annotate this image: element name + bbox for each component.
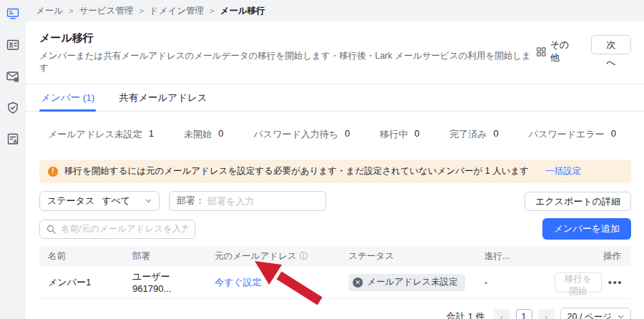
counter-not-started[interactable]: 未開始 0 bbox=[169, 128, 238, 141]
page-title: メール移行 bbox=[39, 31, 537, 45]
row-actions: 移行を開始 ••• bbox=[555, 273, 631, 293]
next-page-button[interactable]: › bbox=[538, 309, 555, 319]
set-now-link[interactable]: 今すぐ設定 bbox=[215, 277, 262, 288]
status-badge: ✕ メールアドレス未設定 bbox=[348, 274, 465, 291]
counter-label: 完了済み bbox=[449, 128, 487, 141]
status-badge-label: メールアドレス未設定 bbox=[367, 276, 458, 288]
counter-value: 0 bbox=[414, 128, 419, 141]
column-header-actions: 操作 bbox=[555, 250, 631, 262]
column-header-name: 名前 bbox=[39, 250, 124, 262]
warning-banner: ! 移行を開始するには元のメールアドレスを設定する必要があります・まだ設定されて… bbox=[39, 160, 631, 183]
contact-card-icon[interactable] bbox=[6, 38, 20, 52]
counter-value: 1 bbox=[149, 128, 154, 141]
grid-icon bbox=[537, 47, 546, 57]
breadcrumb-item-domain-mgmt[interactable]: ドメイン管理 bbox=[150, 5, 204, 17]
counter-label: パスワード入力待ち bbox=[253, 128, 338, 141]
counter-label: 移行中 bbox=[380, 128, 408, 141]
counter-password-error[interactable]: パスワードエラー 0 bbox=[514, 128, 631, 141]
page-size-value: 20 / ページ bbox=[567, 311, 612, 319]
more-actions-icon[interactable]: ••• bbox=[608, 279, 623, 286]
breadcrumb-item-mail[interactable]: メール bbox=[36, 5, 63, 17]
department-filter-field[interactable]: 部署： bbox=[169, 191, 326, 211]
column-header-source-email: 元のメールアドレス ⓘ bbox=[206, 250, 340, 262]
page-size-select[interactable]: 20 / ページ bbox=[560, 308, 631, 319]
main-content: メール移行 メンバーまたは共有メールアドレスのメールデータの移行を開始します・移… bbox=[26, 21, 644, 319]
sidebar: A bbox=[0, 0, 26, 319]
chevron-down-icon bbox=[618, 315, 624, 319]
counter-label: 未開始 bbox=[184, 128, 212, 141]
breadcrumb-separator: > bbox=[69, 6, 73, 15]
column-header-source-email-label: 元のメールアドレス bbox=[215, 250, 297, 262]
mail-settings-icon[interactable] bbox=[6, 69, 20, 84]
counter-waiting-password[interactable]: パスワード入力待ち 0 bbox=[238, 128, 365, 141]
breadcrumb-separator: > bbox=[210, 6, 214, 15]
tab-shared-mail-addresses[interactable]: 共有メールアドレス bbox=[117, 84, 208, 111]
tab-members[interactable]: メンバー (1) bbox=[39, 84, 96, 111]
total-count-label: 合計 1 件 bbox=[447, 310, 484, 319]
audit-log-icon[interactable]: A bbox=[6, 132, 20, 147]
breadcrumb-item-mail-migration: メール移行 bbox=[220, 5, 265, 17]
top-breadcrumb-bar: メール > サービス管理 > ドメイン管理 > メール移行 bbox=[0, 0, 644, 21]
members-table: 名前 部署 元のメールアドレス ⓘ ステータス 進行... 操作 メンバー1 ユ… bbox=[39, 246, 631, 299]
department-filter-label: 部署： bbox=[177, 195, 205, 207]
member-progress: - bbox=[476, 277, 555, 288]
warning-icon: ! bbox=[48, 167, 58, 177]
svg-text:A: A bbox=[14, 138, 18, 144]
start-migration-button[interactable]: 移行を開始 bbox=[555, 273, 602, 293]
security-shield-icon[interactable] bbox=[6, 101, 20, 115]
chevron-down-icon bbox=[145, 199, 152, 203]
breadcrumb-separator: > bbox=[139, 6, 143, 15]
status-filter-label: ステータス bbox=[47, 195, 94, 207]
page-header: メール移行 メンバーまたは共有メールアドレスのメールデータの移行を開始します・移… bbox=[39, 21, 631, 74]
status-filter-select[interactable]: ステータス すべて bbox=[39, 191, 160, 211]
column-header-status: ステータス bbox=[340, 250, 476, 262]
search-field[interactable] bbox=[39, 220, 195, 239]
breadcrumb-item-service-mgmt[interactable]: サービス管理 bbox=[79, 5, 134, 17]
table-row: メンバー1 ユーザー961790... 今すぐ設定 ✕ メールアドレス未設定 -… bbox=[39, 266, 631, 299]
search-icon bbox=[47, 225, 56, 234]
page-subtitle: メンバーまたは共有メールアドレスのメールデータの移行を開始します・移行後・Lar… bbox=[39, 50, 537, 74]
filter-row: ステータス すべて 部署： エクスポートの詳細 bbox=[39, 191, 631, 211]
counter-migrating[interactable]: 移行中 0 bbox=[365, 128, 434, 141]
more-button-label: その他 bbox=[550, 39, 578, 64]
counter-error[interactable]: エラー 0 bbox=[631, 128, 644, 141]
warning-banner-text: 移行を開始するには元のメールアドレスを設定する必要があります・まだ設定されていな… bbox=[64, 165, 529, 177]
department-input[interactable] bbox=[208, 196, 318, 207]
workspace-monitor-icon[interactable] bbox=[6, 6, 20, 21]
prev-page-button[interactable]: ‹ bbox=[494, 309, 510, 319]
counter-value: 0 bbox=[611, 128, 616, 141]
breadcrumb: メール > サービス管理 > ドメイン管理 > メール移行 bbox=[36, 5, 265, 17]
header-actions: その他 次へ bbox=[537, 31, 631, 74]
more-button[interactable]: その他 bbox=[537, 35, 578, 64]
counter-value: 0 bbox=[345, 128, 350, 141]
search-input[interactable] bbox=[61, 224, 188, 234]
next-button[interactable]: 次へ bbox=[591, 35, 631, 54]
add-member-button[interactable]: メンバーを追加 bbox=[542, 218, 631, 240]
counter-value: 0 bbox=[494, 128, 499, 141]
circle-x-icon: ✕ bbox=[353, 278, 363, 288]
column-header-progress: 進行... bbox=[476, 250, 555, 262]
counter-label: パスワードエラー bbox=[529, 128, 605, 141]
current-page-button[interactable]: 1 bbox=[516, 309, 532, 319]
column-header-department: 部署 bbox=[124, 250, 206, 262]
status-filter-value: すべて bbox=[102, 195, 138, 207]
member-department: ユーザー961790... bbox=[124, 270, 206, 294]
counter-completed[interactable]: 完了済み 0 bbox=[434, 128, 514, 141]
tab-bar: メンバー (1) 共有メールアドレス bbox=[26, 84, 644, 112]
search-row: メンバーを追加 bbox=[39, 218, 631, 240]
info-icon[interactable]: ⓘ bbox=[300, 250, 308, 262]
bulk-setup-link[interactable]: 一括設定 bbox=[545, 165, 581, 177]
status-counter-bar: メールアドレス未設定 1 未開始 0 パスワード入力待ち 0 移行中 0 完了済… bbox=[39, 127, 631, 142]
counter-value: 0 bbox=[218, 128, 223, 141]
export-details-button[interactable]: エクスポートの詳細 bbox=[525, 192, 631, 211]
member-name: メンバー1 bbox=[39, 276, 124, 289]
counter-email-not-set[interactable]: メールアドレス未設定 1 bbox=[39, 128, 169, 141]
counter-label: メールアドレス未設定 bbox=[48, 128, 142, 141]
pagination: 合計 1 件 ‹ 1 › 20 / ページ bbox=[39, 308, 631, 319]
table-header-row: 名前 部署 元のメールアドレス ⓘ ステータス 進行... 操作 bbox=[39, 246, 631, 266]
